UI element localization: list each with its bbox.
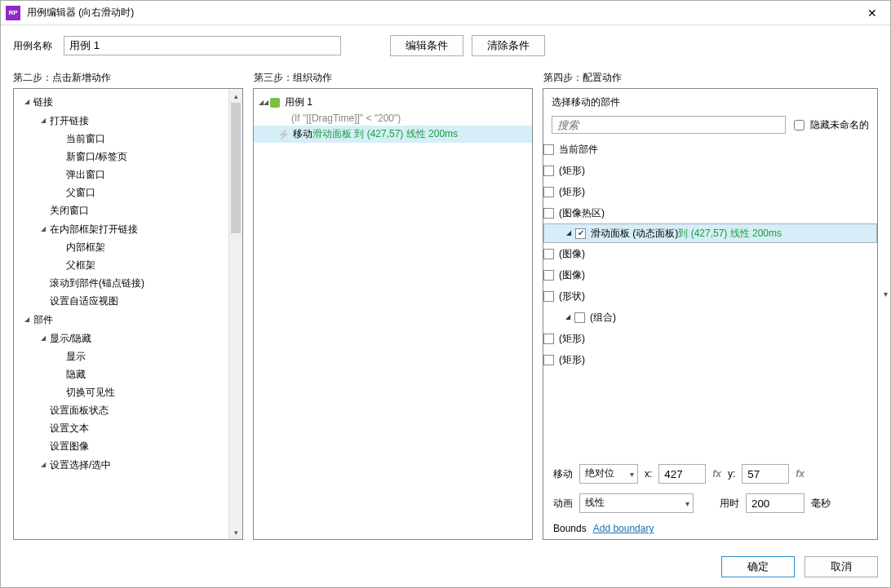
list-item-rect3[interactable]: (矩形) bbox=[543, 328, 877, 349]
actions-panel: 链接 打开链接 当前窗口 新窗口/标签页 弹出窗口 父窗口 关闭窗口 在内部框架… bbox=[13, 88, 243, 540]
scroll-thumb[interactable] bbox=[231, 103, 241, 233]
case-tree[interactable]: ◢ 用例 1 (If "[[DragTime]]" < "200") 移动 滑动… bbox=[254, 89, 532, 148]
tree-node-widgets[interactable]: 部件 bbox=[14, 310, 228, 329]
titlebar: RP 用例编辑器 (向右滑动时) ✕ bbox=[1, 1, 890, 25]
chevron-down-icon[interactable]: ◢ bbox=[259, 99, 268, 106]
config-controls: 隐藏未命名的 bbox=[543, 113, 877, 137]
fx-icon[interactable]: fx bbox=[796, 468, 805, 480]
case-name-row: 用例名称 编辑条件 清除条件 bbox=[1, 25, 890, 63]
x-label: x: bbox=[645, 468, 652, 480]
cancel-button[interactable]: 取消 bbox=[805, 556, 878, 577]
tree-node-show[interactable]: 显示 bbox=[14, 347, 228, 365]
y-input[interactable] bbox=[742, 464, 789, 484]
action-prefix: 移动 bbox=[293, 127, 313, 141]
checkbox[interactable] bbox=[543, 166, 554, 176]
edit-condition-button[interactable]: 编辑条件 bbox=[390, 35, 463, 56]
action-detail: 滑动面板 到 (427,57) 线性 200ms bbox=[313, 127, 458, 141]
checkbox[interactable] bbox=[543, 334, 554, 344]
condition-text: (If "[[DragTime]]" < "200") bbox=[291, 113, 401, 124]
checkbox[interactable] bbox=[543, 291, 554, 302]
scroll-up-icon[interactable]: ▴ bbox=[229, 89, 242, 103]
tree-node-open-link[interactable]: 打开链接 bbox=[14, 111, 228, 130]
y-label: y: bbox=[728, 468, 735, 480]
tree-node-close-window[interactable]: 关闭窗口 bbox=[14, 201, 228, 219]
tree-node-open-in-frame[interactable]: 在内部框架打开链接 bbox=[14, 219, 228, 238]
chevron-down-icon[interactable] bbox=[564, 224, 574, 242]
config-bottom: 移动 绝对位 x: fx y: fx 动画 线性 用时 毫秒 bbox=[543, 456, 877, 539]
list-item-shape[interactable]: (形状) bbox=[543, 285, 877, 307]
footer: 确定 取消 bbox=[1, 548, 890, 587]
tree-node-parent-frame[interactable]: 父框架 bbox=[14, 256, 228, 274]
case-name-label: 用例名称 bbox=[13, 39, 52, 53]
tree-node-panel-state[interactable]: 设置面板状态 bbox=[14, 401, 228, 419]
checkbox[interactable] bbox=[574, 312, 585, 323]
widget-search-input[interactable] bbox=[552, 116, 786, 134]
duration-input[interactable] bbox=[746, 493, 805, 513]
tree-node-inner-frame[interactable]: 内部框架 bbox=[14, 238, 228, 256]
tree-node-new-window[interactable]: 新窗口/标签页 bbox=[14, 148, 228, 166]
tree-node-toggle-vis[interactable]: 切换可见性 bbox=[14, 383, 228, 401]
clear-condition-button[interactable]: 清除条件 bbox=[472, 35, 545, 56]
checkbox-checked[interactable]: ✔ bbox=[575, 228, 586, 239]
actions-scrollbar[interactable]: ▴ ▾ bbox=[228, 89, 242, 539]
checkbox[interactable] bbox=[543, 270, 554, 281]
add-boundary-link[interactable]: Add boundary bbox=[593, 523, 654, 534]
window-title: 用例编辑器 (向右滑动时) bbox=[27, 6, 853, 20]
list-item-rect2[interactable]: (矩形) bbox=[543, 181, 877, 202]
case-name-text: 用例 1 bbox=[285, 95, 313, 109]
fx-icon[interactable]: fx bbox=[712, 468, 721, 480]
ms-label: 毫秒 bbox=[811, 497, 831, 511]
chevron-down-icon[interactable] bbox=[563, 308, 573, 326]
tree-node-show-hide[interactable]: 显示/隐藏 bbox=[14, 329, 228, 347]
config-panel: 选择移动的部件 隐藏未命名的 当前部件 (矩形) (矩形) (图像热区) ✔ 滑… bbox=[543, 88, 878, 540]
move-line: 移动 绝对位 x: fx y: fx bbox=[553, 464, 867, 484]
close-button[interactable]: ✕ bbox=[853, 1, 890, 24]
tree-node-set-image[interactable]: 设置图像 bbox=[14, 437, 228, 455]
tree-node-parent-window[interactable]: 父窗口 bbox=[14, 183, 228, 201]
tree-node-adaptive[interactable]: 设置自适应视图 bbox=[14, 292, 228, 310]
anim-label: 动画 bbox=[553, 497, 573, 511]
list-item-image1[interactable]: (图像) bbox=[543, 243, 877, 264]
condition-row[interactable]: (If "[[DragTime]]" < "200") bbox=[254, 111, 532, 126]
step3-label: 第三步：组织动作 bbox=[254, 71, 543, 85]
case-icon bbox=[268, 96, 281, 109]
ok-button[interactable]: 确定 bbox=[721, 556, 795, 577]
anim-select[interactable]: 线性 bbox=[579, 493, 694, 513]
checkbox[interactable] bbox=[543, 355, 554, 365]
list-item-rect1[interactable]: (矩形) bbox=[543, 160, 877, 181]
actions-tree[interactable]: 链接 打开链接 当前窗口 新窗口/标签页 弹出窗口 父窗口 关闭窗口 在内部框架… bbox=[14, 89, 242, 539]
step4-label: 第四步：配置动作 bbox=[543, 71, 878, 85]
tree-node-popup[interactable]: 弹出窗口 bbox=[14, 166, 228, 183]
slide-panel-detail: 到 (427,57) 线性 200ms bbox=[678, 224, 782, 242]
hide-unnamed-label[interactable]: 隐藏未命名的 bbox=[791, 117, 869, 133]
x-input[interactable] bbox=[658, 464, 706, 484]
app-icon: RP bbox=[6, 6, 20, 20]
list-item-hotspot[interactable]: (图像热区) bbox=[543, 202, 877, 223]
panels: 链接 打开链接 当前窗口 新窗口/标签页 弹出窗口 父窗口 关闭窗口 在内部框架… bbox=[1, 88, 890, 548]
move-label: 移动 bbox=[553, 467, 573, 481]
checkbox[interactable] bbox=[543, 249, 554, 259]
case-row[interactable]: ◢ 用例 1 bbox=[254, 94, 532, 111]
list-item-current[interactable]: 当前部件 bbox=[543, 139, 877, 160]
checkbox[interactable] bbox=[543, 208, 554, 219]
checkbox[interactable] bbox=[543, 144, 554, 155]
hide-unnamed-checkbox[interactable] bbox=[794, 120, 805, 130]
list-item-group[interactable]: (组合) bbox=[543, 307, 877, 328]
list-item-slide-panel[interactable]: ✔ 滑动面板 (动态面板) 到 (427,57) 线性 200ms bbox=[543, 223, 877, 243]
widget-list[interactable]: 当前部件 (矩形) (矩形) (图像热区) ✔ 滑动面板 (动态面板) 到 (4… bbox=[543, 137, 877, 456]
checkbox[interactable] bbox=[543, 187, 554, 197]
tree-node-current-window[interactable]: 当前窗口 bbox=[14, 130, 228, 148]
move-action-row[interactable]: 移动 滑动面板 到 (427,57) 线性 200ms bbox=[254, 126, 532, 143]
list-item-rect4[interactable]: (矩形) bbox=[543, 349, 877, 370]
list-item-image2[interactable]: (图像) bbox=[543, 264, 877, 285]
scroll-down-icon[interactable]: ▾ bbox=[229, 525, 242, 539]
tree-node-hide[interactable]: 隐藏 bbox=[14, 365, 228, 383]
tree-node-scroll-to[interactable]: 滚动到部件(锚点链接) bbox=[14, 274, 228, 292]
duration-label: 用时 bbox=[720, 497, 739, 511]
case-name-input[interactable] bbox=[64, 36, 341, 55]
tree-node-set-selected[interactable]: 设置选择/选中 bbox=[14, 455, 228, 474]
tree-node-links[interactable]: 链接 bbox=[14, 92, 228, 111]
tree-node-set-text[interactable]: 设置文本 bbox=[14, 419, 228, 437]
move-type-select[interactable]: 绝对位 bbox=[579, 464, 638, 484]
bounds-line: Bounds Add boundary bbox=[553, 523, 867, 534]
